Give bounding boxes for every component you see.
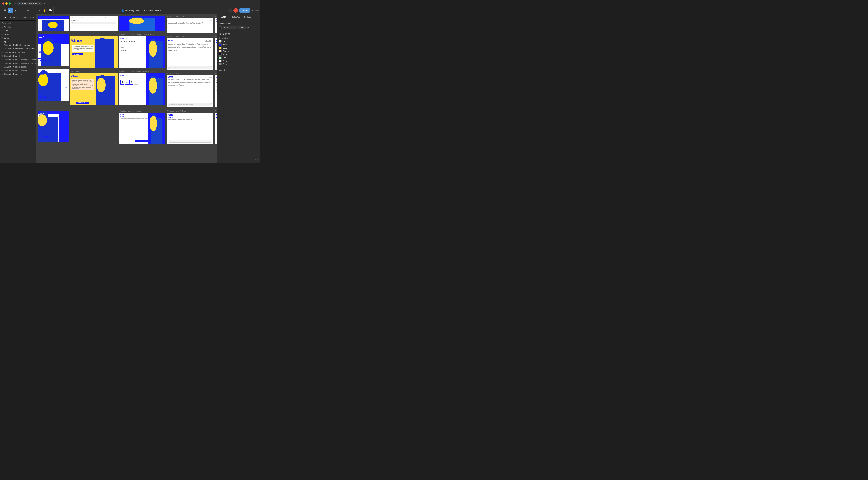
options-tag[interactable]: OPTIONS: [204, 40, 212, 41]
context-build-bottom[interactable]: Chatbot > Context building Great Great Y…: [119, 110, 165, 144]
right-tabs: Design Prototype Inspect: [217, 14, 260, 20]
prompt-input-bar[interactable]: do you have any interesting stories from…: [168, 103, 212, 106]
layers-tab[interactable]: Layers: [2, 15, 8, 19]
menu-button[interactable]: ☰: [2, 8, 7, 13]
text-tool[interactable]: T: [31, 8, 36, 13]
canvas-area[interactable]: eat Great reat: [36, 14, 217, 163]
color-blue[interactable]: Blue: [219, 43, 258, 46]
start-exp-btn-2[interactable]: START EXPERIENCE →: [135, 140, 150, 142]
bisque-swatch: [219, 50, 221, 53]
inspect-tab[interactable]: Inspect: [242, 14, 253, 20]
understand-btn[interactable]: I UNDERSTAND →: [76, 102, 89, 104]
response-input-bar[interactable]: Ask me another question...: [168, 66, 212, 69]
bot-splash-left[interactable]: eat Great reat: [38, 110, 69, 142]
partial-splash-2[interactable]: eat Great reat: [38, 34, 69, 66]
partial-top-col1[interactable]: tell about yourself first. This is not r…: [70, 15, 118, 31]
layer-context-birth-1[interactable]: ⊞ Chatbot > Context building > Place of …: [0, 58, 36, 61]
context-building-2-label: Chatbot > Context building: [215, 72, 217, 74]
present-icon[interactable]: ▶: [252, 9, 253, 12]
start-here-btn[interactable]: START HERE →: [72, 53, 83, 56]
layer-notif-token[interactable]: ⊞ Chatbot > Notification > Token Limit: [0, 47, 36, 50]
prompt-frame[interactable]: Chatbot > Prompt Great Well, I have many…: [167, 72, 213, 107]
bg-opacity-input[interactable]: [238, 26, 246, 29]
layer-splash-2[interactable]: ⊞ Splash: [0, 36, 36, 40]
rectangle-tool[interactable]: ▭: [21, 8, 26, 13]
milan-label: Milan: [223, 47, 227, 49]
layer-context-birth-2[interactable]: ⊞ Chatbot > Context building > Place of …: [0, 61, 36, 65]
layer-disclaimer[interactable]: ⊞ Disclaimer: [0, 25, 36, 29]
mockups-dropdown[interactable]: ▾: [33, 16, 34, 19]
error-bottom-frame[interactable]: Chatbot > Error / AI-reply Great Great I…: [167, 110, 213, 144]
tab-close-icon[interactable]: ✕: [38, 2, 40, 4]
main-layout: Layers Assets Mock-ups ▾ 🔍 ⊞ Disclaimer …: [0, 14, 260, 163]
color-zircon[interactable]: Zircon: [219, 40, 258, 43]
headphone-icon[interactable]: 🎧: [229, 9, 232, 12]
component-tool[interactable]: #: [37, 8, 42, 13]
comment-tool[interactable]: 💬: [48, 8, 53, 13]
design-tab[interactable]: Design: [219, 14, 229, 20]
frame-tool[interactable]: ⊞: [13, 8, 18, 13]
hand-tool[interactable]: ✋: [42, 8, 47, 13]
layer-prompt[interactable]: ⊞ Chatbot > Prompt: [0, 54, 36, 58]
share-button[interactable]: Share: [239, 8, 250, 13]
color-stack[interactable]: Stack: [219, 63, 258, 65]
prototype-tab[interactable]: Prototype: [229, 14, 242, 20]
layer-label: Splash: [4, 37, 10, 39]
notif-bottom-lbl: Chatbot > Noti...: [215, 110, 217, 112]
mockups-button[interactable]: Mock-ups: [23, 16, 31, 19]
add-style-btn[interactable]: +: [257, 33, 258, 35]
notif-bottom-frame[interactable]: Chatbot > Noti... Great Great I'm sorry,…: [215, 110, 217, 144]
pen-tool[interactable]: ✒: [26, 8, 31, 13]
home-icon[interactable]: ⌂: [14, 2, 16, 5]
help-button[interactable]: ?: [255, 158, 259, 161]
intro-frame[interactable]: Intro Grea Have you ever wondered what i…: [70, 34, 118, 68]
response-frame[interactable]: Chatbot > Response Great OPTIONS My chil…: [167, 36, 213, 70]
bg-color-swatch[interactable]: [219, 26, 221, 29]
maximize-button[interactable]: [9, 2, 11, 4]
color-white[interactable]: White: [219, 60, 258, 62]
minimize-button[interactable]: [5, 2, 8, 4]
layer-response[interactable]: ⊞ Chatbot > Response: [0, 72, 36, 76]
color-bisque[interactable]: Bisque: [219, 50, 258, 53]
partial-splash-3[interactable]: eat Great reat: [38, 68, 69, 101]
night-label: Night: [223, 53, 227, 56]
export-btn[interactable]: Export +: [219, 68, 258, 71]
move-tool[interactable]: ↖: [8, 8, 13, 13]
layers-search-input[interactable]: [5, 22, 35, 24]
export-add-icon[interactable]: +: [257, 68, 258, 71]
layer-notif-abuse[interactable]: ⊞ Chatbot > Notification > Abuse: [0, 43, 36, 47]
close-button[interactable]: [2, 2, 4, 4]
sidebar-header: Layers Assets Mock-ups ▾: [0, 14, 36, 21]
bg-visibility-icon[interactable]: 👁: [247, 26, 250, 29]
layer-icon: ⊞: [1, 30, 3, 32]
bg-color-input[interactable]: [223, 26, 237, 29]
top-partial-notif[interactable]: Chatbot > Noti... Great White: [215, 15, 217, 33]
color-milan[interactable]: Milan: [219, 46, 258, 49]
zoom-level[interactable]: 27%: [255, 9, 259, 11]
prompt-body-text: Well, I have many stories from my day, b…: [168, 79, 212, 86]
bot-col-3: Chatbot > Error / AI-reply Great Great I…: [166, 110, 214, 145]
dropdown-arrow[interactable]: ▾: [160, 9, 161, 12]
assets-tab[interactable]: Assets: [10, 16, 17, 19]
color-mint[interactable]: Mint: [219, 56, 258, 59]
error-frame[interactable]: Chatbot > Error / AI-reply Great Great I…: [215, 36, 217, 70]
context-birth-1[interactable]: Chatbot > Context building > Place of Bi…: [119, 34, 165, 68]
layer-intro[interactable]: ⊞ Intro: [0, 29, 36, 33]
context-birth-2[interactable]: Chatbot > Context building > Place of Bi…: [119, 70, 165, 105]
user-avatar[interactable]: U: [234, 8, 238, 13]
partial-top-frame[interactable]: [38, 15, 69, 31]
error-label: Chatbot > Error / AI-reply: [215, 36, 217, 38]
active-tab[interactable]: ◈ Great Great Great ✕: [17, 2, 42, 5]
new-tab-button[interactable]: +: [44, 2, 45, 5]
context-building-2[interactable]: Chatbot > Context building Great You can…: [215, 72, 217, 107]
top-partial-response[interactable]: Chatbot > Response Great My childhood wa…: [167, 15, 213, 33]
layer-context-2[interactable]: ⊞ Chatbot > Context building: [0, 69, 36, 72]
layer-context-1[interactable]: ⊞ Chatbot > Context building: [0, 65, 36, 69]
color-night[interactable]: Night: [219, 53, 258, 56]
disclaimer-frame[interactable]: Disclaimer Grea A serious disclaimer fro: [70, 70, 118, 105]
layer-error-ai[interactable]: ⊞ Chatbot > Error / AI-reply: [0, 50, 36, 54]
bot-col-2: Chatbot > Context building Great Great Y…: [118, 110, 166, 145]
layer-splash-3[interactable]: ⊞ Splash: [0, 40, 36, 43]
top-partial-col2[interactable]: [119, 15, 165, 31]
layer-splash-1[interactable]: ⊞ Splash: [0, 33, 36, 36]
